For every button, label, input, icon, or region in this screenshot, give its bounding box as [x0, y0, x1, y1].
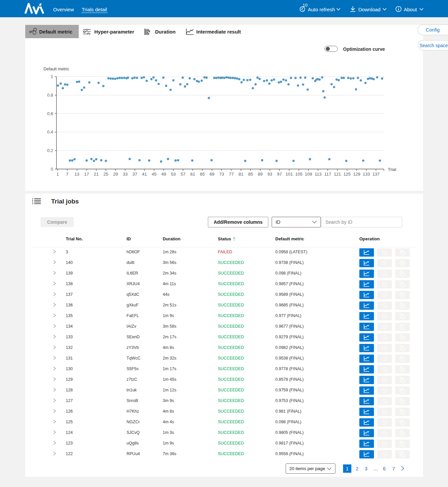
svg-text:109: 109 [305, 172, 312, 177]
svg-text:113: 113 [315, 172, 322, 177]
svg-text:0.2: 0.2 [47, 148, 53, 153]
svg-text:105: 105 [295, 172, 303, 177]
svg-text:121: 121 [334, 172, 341, 177]
svg-text:69: 69 [210, 172, 214, 177]
svg-text:117: 117 [324, 172, 331, 177]
svg-text:85: 85 [248, 172, 253, 177]
svg-text:77: 77 [229, 172, 233, 177]
svg-text:81: 81 [238, 172, 243, 177]
svg-text:37: 37 [133, 172, 137, 177]
svg-text:125: 125 [343, 172, 351, 177]
svg-text:1: 1 [56, 172, 59, 177]
svg-text:45: 45 [152, 172, 156, 177]
svg-text:21: 21 [94, 172, 98, 177]
svg-text:13: 13 [74, 172, 79, 177]
svg-text:Default metric: Default metric [44, 67, 69, 71]
svg-text:93: 93 [267, 172, 272, 177]
svg-text:7: 7 [66, 172, 68, 177]
svg-text:101: 101 [286, 172, 293, 177]
svg-text:Trial: Trial [388, 167, 396, 172]
svg-text:73: 73 [219, 172, 224, 177]
svg-text:129: 129 [353, 172, 360, 177]
svg-text:29: 29 [113, 172, 118, 177]
svg-text:61: 61 [190, 172, 195, 177]
svg-text:57: 57 [181, 172, 185, 177]
svg-text:53: 53 [171, 172, 176, 177]
svg-text:133: 133 [363, 172, 370, 177]
svg-text:0.6: 0.6 [47, 111, 53, 116]
svg-text:1: 1 [51, 74, 53, 79]
svg-text:33: 33 [123, 172, 128, 177]
svg-text:25: 25 [104, 172, 108, 177]
svg-text:0.4: 0.4 [47, 129, 53, 134]
svg-text:41: 41 [142, 172, 147, 177]
svg-text:0: 0 [51, 167, 53, 172]
svg-text:0.8: 0.8 [47, 93, 53, 98]
svg-text:89: 89 [258, 172, 262, 177]
svg-text:17: 17 [84, 172, 89, 177]
svg-text:65: 65 [200, 172, 205, 177]
svg-text:137: 137 [372, 172, 380, 177]
svg-text:49: 49 [161, 172, 166, 177]
svg-text:97: 97 [277, 172, 282, 177]
